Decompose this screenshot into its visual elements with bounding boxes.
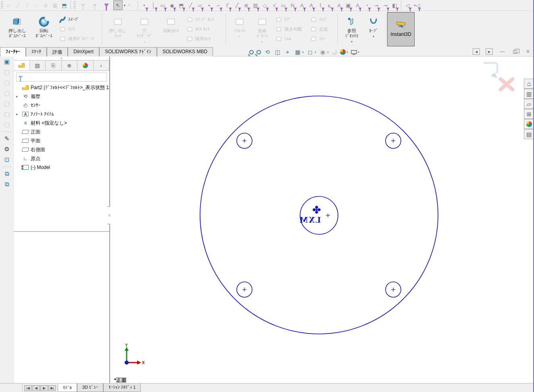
tab-scroll-button[interactable]: |◀ <box>24 385 32 391</box>
filter-spline-icon[interactable]: ◁ <box>403 0 412 10</box>
separator[interactable] <box>2 167 11 167</box>
zoom-to-fit-icon[interactable] <box>249 50 254 54</box>
tab-displaymanager[interactable] <box>77 60 94 71</box>
tab-scroll-button[interactable]: ◀ <box>32 385 40 391</box>
revolved-cut-button[interactable]: 回転ｶｯﾄ <box>158 13 184 46</box>
filter-multiple-icon[interactable] <box>90 0 99 10</box>
taskpane-design-library-tab[interactable]: ▥ <box>524 89 534 99</box>
toolbar-grip[interactable] <box>73 1 76 9</box>
paste-bodies-icon[interactable]: ⧉ <box>0 179 14 190</box>
hide-show-items-icon[interactable]: ◉▾ <box>319 48 329 56</box>
taskpane-appearances-tab[interactable] <box>524 119 534 129</box>
filter-faces-icon[interactable]: ▭ <box>158 0 167 10</box>
draft-button[interactable]: 抜き勾配 <box>273 25 308 34</box>
filter-surface-bodies-icon[interactable]: ◆ <box>167 0 177 10</box>
view-orientation-icon[interactable]: ▦▾ <box>294 48 304 56</box>
instant3d-button[interactable]: Instant3D <box>387 12 415 46</box>
panel-collapse-handle[interactable] <box>14 56 109 60</box>
view-cube-icon[interactable]: ▢ <box>0 119 14 130</box>
extrude-boss-button[interactable]: 押し出し ﾎﾞｽ/ﾍﾞｰｽ <box>4 13 31 46</box>
new-sketch-icon[interactable]: ✎ <box>0 133 14 144</box>
filter-dimension-box-icon[interactable]: ▣ <box>344 0 353 10</box>
copy-bodies-icon[interactable]: ⧉ <box>0 169 14 179</box>
filter-annotations-icon[interactable]: A <box>297 0 307 10</box>
view-cube-icon[interactable]: ▢ <box>0 88 14 98</box>
taskpane-custom-properties-tab[interactable]: ▤ <box>524 129 534 139</box>
screen-capture-icon[interactable]: ⊡ <box>0 154 14 165</box>
previous-view-icon[interactable]: ⟲ <box>264 48 271 56</box>
tab-scroll-button[interactable]: ▶| <box>48 385 56 391</box>
view-settings-icon[interactable]: ▾ <box>351 50 359 54</box>
tab-featuremanager[interactable] <box>14 60 30 71</box>
sketch-drawing[interactable]: LXM <box>110 56 534 383</box>
lasso-select-icon[interactable]: ↖ <box>125 0 134 10</box>
curves-button[interactable]: ｶｰﾌﾞ ▾ <box>363 13 384 46</box>
filter-curve-points-icon[interactable]: •◁ <box>412 0 421 10</box>
tab-scroll-button[interactable]: ▶ <box>40 385 48 391</box>
3d-sketch-cube-icon[interactable]: ⬒ <box>60 0 69 10</box>
boundary-cut-button[interactable]: 境界ｶｯﾄ <box>184 35 223 44</box>
hole-wizard-button[interactable]: 穴 ｳｨｻﾞｰﾄﾞ ▾ <box>131 13 158 46</box>
filter-notes-icon[interactable]: N <box>288 0 297 10</box>
filter-surface-finish-icon[interactable]: A <box>353 0 362 10</box>
dropdown-arrow-icon[interactable]: ▾ <box>261 40 263 44</box>
restore-button[interactable] <box>511 48 519 55</box>
exit-sketch-icon[interactable] <box>484 63 497 73</box>
dropdown-arrow-icon[interactable]: ▾ <box>373 35 374 38</box>
filter-review-icon[interactable]: A <box>334 0 344 10</box>
filter-sketch-segments-icon[interactable]: ⌐ <box>214 0 223 10</box>
taskpane-view-palette-tab[interactable]: ⊞ <box>524 109 534 119</box>
apply-scene-icon[interactable]: ▾ <box>340 49 348 55</box>
filter-blocks-icon[interactable]: ◇ <box>260 0 269 10</box>
reference-geometry-button[interactable]: 参照 ｼﾞｵﾒﾄﾘ ▾ <box>340 13 363 46</box>
filter-connection-points-icon[interactable]: ⊸ <box>371 0 381 10</box>
toolbar-grip[interactable] <box>1 1 3 9</box>
boundary-boss-button[interactable]: 境界ﾎﾞｽ/ﾍﾞｰｽ <box>57 35 99 44</box>
filter-routing-points-icon[interactable]: ⊸ <box>381 0 390 10</box>
taskpane-file-explorer-tab[interactable]: ▱ <box>524 99 534 109</box>
section-view-icon[interactable]: ◫ <box>274 48 281 56</box>
filter-datums-icon[interactable]: A <box>307 0 316 10</box>
display-style-icon[interactable]: ◻▾ <box>307 48 316 56</box>
separator[interactable] <box>2 131 11 132</box>
filter-sketch-points-icon[interactable]: ▪ <box>204 0 214 10</box>
view-cube-icon[interactable]: ▢ <box>0 67 14 77</box>
view-cube-active-icon[interactable]: ▣ <box>0 56 14 67</box>
filter-dimensions-icon[interactable]: ▭ <box>279 0 288 10</box>
filter-off-icon[interactable] <box>78 0 88 10</box>
filter-midpoints-icon[interactable]: ╱ <box>232 0 242 10</box>
lofted-cut-button[interactable]: ﾛﾌﾄ ｶｯﾄ <box>184 25 223 34</box>
tab-propertymanager[interactable]: ▤ <box>30 60 46 71</box>
taskpane-home-tab[interactable]: ⌂ <box>524 79 534 89</box>
filter-vertices-icon[interactable]: • <box>140 0 149 10</box>
view-cube-icon[interactable]: ▢ <box>0 98 14 109</box>
loft-button[interactable]: ﾛﾌﾄ <box>57 25 99 34</box>
dropdown-arrow-icon[interactable]: ▾ <box>239 35 240 38</box>
graphics-viewport[interactable]: LXM Y X *正面 <box>110 56 534 383</box>
select-tool[interactable]: ↖▾ <box>113 0 123 10</box>
bounding-box-icon[interactable]: ▦ <box>50 0 60 10</box>
filter-patterns-icon[interactable]: ▥ <box>251 0 260 10</box>
point-icon[interactable]: ○ <box>32 0 41 10</box>
sweep-button[interactable]: ｽｲｰﾌﾟ <box>57 15 99 24</box>
minimize-button[interactable]: — <box>499 48 506 55</box>
filter-routes-icon[interactable]: ◧ <box>390 0 399 10</box>
expand-arrow-icon[interactable]: ▸ <box>16 94 20 98</box>
filter-cosmetic-threads-icon[interactable]: ◔ <box>362 0 371 10</box>
filter-center-marks-icon[interactable]: ⊕ <box>242 0 251 10</box>
feature-filter-input[interactable] <box>25 75 105 79</box>
linear-pattern-button[interactable]: 直線 ﾊﾟﾀｰﾝ ▾ <box>251 13 273 46</box>
filter-edges-icon[interactable]: │ <box>149 0 158 10</box>
filter-sketch-contours-icon[interactable]: Γ <box>223 0 232 10</box>
filter-weld-beads-icon[interactable]: √ <box>269 0 279 10</box>
reference-axis-icon[interactable]: ╱ <box>13 0 23 10</box>
revolve-boss-button[interactable]: 回転 ﾎﾞｽ/ﾍﾞｰｽ <box>31 13 57 46</box>
filter-gtol-icon[interactable]: ⊾ <box>325 0 334 10</box>
view-cube-icon[interactable]: ▢ <box>0 77 14 88</box>
filter-weld-symbols-icon[interactable]: ⌇ <box>316 0 325 10</box>
reference-plane-icon[interactable]: ▱ <box>4 0 13 10</box>
zoom-to-area-icon[interactable] <box>257 50 261 54</box>
toggle-selection-filters-icon[interactable] <box>102 0 111 10</box>
rib-button[interactable]: ﾘﾌﾞ <box>273 15 308 24</box>
coordinate-system-icon[interactable]: ⤴ <box>23 0 32 10</box>
